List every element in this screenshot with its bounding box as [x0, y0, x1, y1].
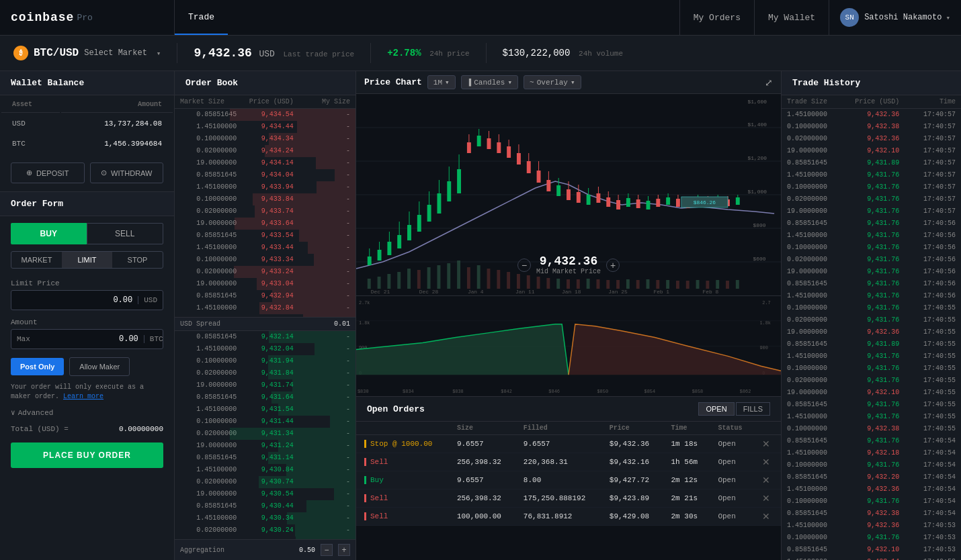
trade-history-row: 19.0000000 9,431.76 17:40:56 — [782, 266, 961, 278]
close-order-button[interactable]: ✕ — [762, 511, 770, 522]
ob-bid-row[interactable]: 1.45100000 9,432.04 - — [175, 343, 356, 355]
ob-ask-row[interactable]: 0.02000000 9,434.24 - — [175, 145, 356, 157]
candles-selector[interactable]: ▐ Candles ▾ — [461, 75, 518, 89]
ob-col-headers: Market Size Price (USD) My Size — [175, 95, 356, 109]
post-only-button[interactable]: Post Only — [11, 358, 64, 375]
learn-more-link[interactable]: Learn more — [63, 393, 103, 400]
tab-stop[interactable]: STOP — [112, 252, 163, 268]
chart-expand-button[interactable]: ⤢ — [765, 77, 773, 88]
svg-rect-119 — [676, 281, 679, 289]
ob-bid-row[interactable]: 19.0000000 9,430.54 - — [175, 488, 356, 500]
svg-rect-39 — [497, 142, 501, 153]
ob-bid-row[interactable]: 0.85851645 9,430.44 - — [175, 500, 356, 512]
overlay-selector[interactable]: ~ Overlay ▾ — [524, 75, 581, 89]
place-buy-order-button[interactable]: PLACE BUY ORDER — [11, 442, 163, 468]
ob-bid-row[interactable]: 1.45100000 9,430.34 - — [175, 512, 356, 524]
ob-ask-row[interactable]: 0.10000000 9,433.84 - — [175, 193, 356, 205]
my-orders-button[interactable]: My Orders — [679, 0, 754, 35]
ob-ask-row[interactable]: 19.0000000 9,434.14 - — [175, 157, 356, 169]
tab-market[interactable]: MARKET — [11, 252, 62, 268]
trade-time: 17:40:54 — [899, 460, 956, 471]
close-order-button[interactable]: ✕ — [762, 438, 770, 449]
trade-history-row: 0.85851645 9,431.76 17:40:55 — [782, 399, 961, 411]
withdraw-button[interactable]: ⊙ WITHDRAW — [90, 162, 164, 183]
ob-ask-row[interactable]: 1.45100000 9,432.84 - — [175, 302, 356, 314]
allow-maker-button[interactable]: Allow Maker — [69, 357, 130, 376]
ask-depth-bar — [335, 169, 356, 181]
ask-depth-bar — [265, 145, 356, 157]
tab-fills[interactable]: FILLS — [736, 402, 770, 416]
my-wallet-button[interactable]: My Wallet — [754, 0, 829, 35]
ob-bid-row[interactable]: 0.02000000 9,430.74 - — [175, 476, 356, 488]
bid-depth-bar — [306, 500, 356, 512]
ob-bid-row[interactable]: 19.0000000 9,431.74 - — [175, 379, 356, 391]
ob-bid-row[interactable]: 0.85851645 9,431.64 - — [175, 391, 356, 404]
ob-ask-row[interactable]: 0.85851645 9,434.54 - — [175, 109, 356, 121]
ask-size: 19.0000000 — [180, 218, 237, 229]
ob-ask-row[interactable]: 0.85851645 9,432.94 - — [175, 290, 356, 302]
ob-spread: USD Spread 0.01 — [175, 317, 356, 331]
trade-price: 9,432.36 — [843, 134, 900, 144]
trade-size: 0.10000000 — [787, 303, 843, 314]
ob-ask-row[interactable]: 0.85851645 9,433.54 - — [175, 230, 356, 242]
trade-history-row: 0.85851645 9,431.89 17:40:55 — [782, 338, 961, 351]
close-order-button[interactable]: ✕ — [762, 493, 770, 504]
ob-ask-row[interactable]: 0.10000000 9,434.34 - — [175, 133, 356, 145]
ob-bid-row[interactable]: 0.10000000 9,431.94 - — [175, 355, 356, 367]
trade-price: 9,431.76 — [843, 170, 900, 181]
svg-rect-93 — [417, 270, 421, 289]
pair-selector[interactable]: ₿ BTC/USD Select Market ▾ — [13, 46, 161, 60]
ask-depth-bar — [299, 230, 356, 242]
ob-bid-row[interactable]: 0.02000000 9,430.24 - — [175, 524, 356, 536]
svg-rect-103 — [517, 274, 520, 289]
ob-ask-row[interactable]: 1.45100000 9,434.44 - — [175, 121, 356, 133]
advanced-toggle[interactable]: ∨ Advanced — [11, 408, 163, 417]
select-market[interactable]: Select Market — [84, 48, 147, 58]
nav-tab-trade[interactable]: Trade — [175, 0, 228, 35]
aggregation-decrease-button[interactable]: − — [321, 544, 333, 556]
amount-input[interactable] — [36, 330, 144, 348]
trade-time: 17:40:55 — [899, 351, 956, 362]
tab-limit[interactable]: LIMIT — [62, 252, 112, 268]
ob-ask-row[interactable]: 1.45100000 9,433.94 - — [175, 181, 356, 193]
ob-bid-row[interactable]: 0.10000000 9,431.44 - — [175, 416, 356, 428]
ob-ask-row[interactable]: 1.45100000 9,433.44 - — [175, 242, 356, 254]
buy-button[interactable]: BUY — [11, 223, 87, 244]
ob-ask-row[interactable]: 0.02000000 9,433.74 - — [175, 205, 356, 218]
ob-ask-row[interactable]: 19.0000000 9,433.04 - — [175, 278, 356, 290]
trade-size: 0.10000000 — [787, 122, 843, 132]
ob-bid-row[interactable]: 0.85851645 9,432.14 - — [175, 331, 356, 343]
ob-bid-row[interactable]: 19.0000000 9,431.24 - — [175, 440, 356, 452]
order-type-tabs: MARKET LIMIT STOP — [11, 251, 163, 269]
date-feb1: Feb 1 — [653, 289, 669, 295]
ob-bid-row[interactable]: 0.02000000 9,431.34 - — [175, 428, 356, 440]
ob-ask-row[interactable]: 0.10000000 9,433.34 - — [175, 254, 356, 266]
trade-size: 0.85851645 — [787, 279, 843, 289]
ask-size: 19.0000000 — [180, 279, 237, 289]
ask-depth-bar — [230, 109, 356, 121]
ob-bid-row[interactable]: 0.02000000 9,431.84 - — [175, 367, 356, 379]
ob-ask-row[interactable]: 19.0000000 9,433.64 - — [175, 218, 356, 230]
sell-button[interactable]: SELL — [87, 223, 164, 244]
deposit-button[interactable]: ⊕ DEPOSIT — [11, 162, 85, 183]
bid-depth-bar — [286, 464, 356, 476]
close-order-button[interactable]: ✕ — [762, 475, 770, 485]
aggregation-increase-button[interactable]: + — [338, 544, 350, 556]
tab-open[interactable]: OPEN — [698, 402, 734, 416]
ob-bid-row[interactable]: 1.45100000 9,430.84 - — [175, 464, 356, 476]
svg-rect-15 — [378, 250, 382, 261]
trade-history-row: 1.45100000 9,432.18 17:40:54 — [782, 447, 961, 459]
limit-price-input[interactable] — [11, 291, 138, 310]
mid-price-decrease-button[interactable]: − — [517, 259, 531, 272]
user-menu[interactable]: SN Satoshi Nakamoto ▾ — [829, 0, 961, 35]
ob-bid-row[interactable]: 0.85851645 9,431.14 - — [175, 452, 356, 464]
ask-size: 0.02000000 — [180, 267, 237, 277]
ob-ask-row[interactable]: 0.85851645 9,432.74 - — [175, 314, 356, 317]
ob-ask-row[interactable]: 0.85851645 9,434.04 - — [175, 169, 356, 181]
close-order-button[interactable]: ✕ — [762, 457, 770, 467]
timeframe-selector[interactable]: 1M ▾ — [427, 75, 456, 89]
ob-bid-row[interactable]: 19.0000000 9,430.04 - — [175, 536, 356, 539]
ob-ask-row[interactable]: 0.02000000 9,433.24 - — [175, 266, 356, 278]
ob-bid-row[interactable]: 1.45100000 9,431.54 - — [175, 404, 356, 416]
mid-price-increase-button[interactable]: + — [606, 259, 620, 272]
